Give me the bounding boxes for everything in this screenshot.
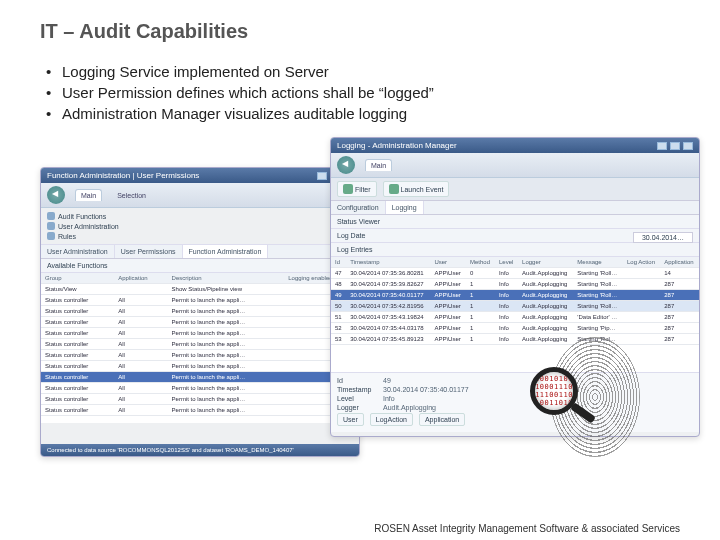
subtab[interactable]: User Permissions	[115, 245, 183, 258]
bullet-item: Administration Manager visualizes audita…	[40, 105, 680, 122]
detail-level-label: Level	[337, 395, 377, 402]
table-row[interactable]: 4930.04/2014 07:35:40.01177APP\User1Info…	[331, 290, 699, 301]
table-cell: All	[114, 317, 167, 328]
detail-ts-label: Timestamp	[337, 386, 377, 393]
column-header[interactable]: User	[430, 257, 466, 268]
table-row[interactable]: Status controllerAllPermit to launch the…	[41, 361, 359, 372]
column-header[interactable]: Logger	[518, 257, 573, 268]
sidebar-item-label: Audit Functions	[58, 213, 106, 220]
table-cell: 'Data Editor' …	[573, 312, 623, 323]
table-row[interactable]: Status controllerAllPermit to launch the…	[41, 317, 359, 328]
sidebar-item[interactable]: Audit Functions	[47, 211, 353, 221]
close-icon[interactable]	[683, 142, 693, 150]
table-row[interactable]: Status controllerAllPermit to launch the…	[41, 350, 359, 361]
detail-chip-logaction[interactable]: LogAction	[370, 413, 413, 426]
table-cell: All	[114, 350, 167, 361]
table-cell: Audit.Applogging	[518, 301, 573, 312]
binary-text: 10010100 10001110 11100110 10011010	[535, 375, 573, 407]
detail-chip-user[interactable]: User	[337, 413, 364, 426]
back-icon[interactable]	[337, 156, 355, 174]
column-header[interactable]: Level	[495, 257, 518, 268]
column-header[interactable]: Id	[331, 257, 346, 268]
table-cell: All	[114, 339, 167, 350]
table-cell: All	[114, 306, 167, 317]
table-cell: Permit to launch the appli…	[168, 372, 285, 383]
table-cell: Audit.Applogging	[518, 290, 573, 301]
table-row[interactable]: Status controllerAllPermit to launch the…	[41, 339, 359, 350]
table-row[interactable]: 5130.04/2014 07:35:43.19824APP\User1Info…	[331, 312, 699, 323]
bolt-icon	[389, 184, 399, 194]
table-cell: 30.04/2014 07:35:39.82627	[346, 279, 430, 290]
table-cell: 30.04/2014 07:35:43.19824	[346, 312, 430, 323]
column-header[interactable]: Log Action	[623, 257, 660, 268]
column-header[interactable]: Timestamp	[346, 257, 430, 268]
ribbon-tab-main[interactable]: Main	[75, 189, 102, 201]
table-cell: 48	[331, 279, 346, 290]
column-header[interactable]: Application	[660, 257, 699, 268]
table-cell: Status controller	[41, 350, 114, 361]
back-icon[interactable]	[47, 186, 65, 204]
log-entries-label: Log Entries	[331, 243, 699, 257]
table-row[interactable]: 5230.04/2014 07:35:44.03178APP\User1Info…	[331, 323, 699, 334]
ribbon-tab-main[interactable]: Main	[365, 159, 392, 171]
table-cell: Permit to launch the appli…	[168, 350, 285, 361]
column-header[interactable]: Method	[466, 257, 495, 268]
tab-logging[interactable]: Logging	[386, 201, 424, 214]
folder-icon	[47, 222, 55, 230]
minimize-icon[interactable]	[657, 142, 667, 150]
table-cell: Info	[495, 279, 518, 290]
table-row[interactable]: Status controllerAllPermit to launch the…	[41, 383, 359, 394]
subtabs: User AdministrationUser PermissionsFunct…	[41, 245, 359, 259]
table-row[interactable]: 4830.04/2014 07:35:39.82627APP\User1Info…	[331, 279, 699, 290]
table-cell: 49	[331, 290, 346, 301]
table-row[interactable]: Status/ViewShow Status/Pipeline view	[41, 284, 359, 295]
table-cell: Permit to launch the appli…	[168, 361, 285, 372]
table-cell: Permit to launch the appli…	[168, 306, 285, 317]
table-cell: 30.04/2014 07:35:36.80281	[346, 268, 430, 279]
sidebar-item[interactable]: Rules	[47, 231, 353, 241]
functions-table-wrap[interactable]: GroupApplicationDescriptionLogging enabl…	[41, 273, 359, 423]
bullet-item: Logging Service implemented on Server	[40, 63, 680, 80]
table-row[interactable]: Status controllerAllPermit to launch the…	[41, 405, 359, 416]
log-date-label: Log Date	[337, 232, 365, 239]
column-header[interactable]: Description	[168, 273, 285, 284]
table-cell: Info	[495, 290, 518, 301]
minimize-icon[interactable]	[317, 172, 327, 180]
tab-configuration[interactable]: Configuration	[331, 201, 386, 214]
subtab[interactable]: User Administration	[41, 245, 115, 258]
table-cell: 47	[331, 268, 346, 279]
table-cell: 52	[331, 323, 346, 334]
table-row[interactable]: Status controllerAllPermit to launch the…	[41, 295, 359, 306]
bullet-list: Logging Service implemented on ServerUse…	[40, 63, 680, 122]
table-row[interactable]: Status controllerAllPermit to launch the…	[41, 306, 359, 317]
table-cell: Audit.Applogging	[518, 279, 573, 290]
table-row[interactable]: 5030.04/2014 07:35:42.81956APP\User1Info…	[331, 301, 699, 312]
table-cell: Status/View	[41, 284, 114, 295]
log-date-value[interactable]: 30.04.2014…	[633, 232, 693, 243]
table-cell: All	[114, 383, 167, 394]
table-cell: APP\User	[430, 323, 466, 334]
column-header[interactable]: Application	[114, 273, 167, 284]
sidebar-item-label: User Administration	[58, 223, 119, 230]
maximize-icon[interactable]	[670, 142, 680, 150]
table-row[interactable]: Status controllerAllPermit to launch the…	[41, 394, 359, 405]
subtab[interactable]: Function Administration	[183, 245, 269, 258]
column-header[interactable]: Message	[573, 257, 623, 268]
sidebar-item[interactable]: User Administration	[47, 221, 353, 231]
column-header[interactable]: Group	[41, 273, 114, 284]
window-controls[interactable]	[657, 142, 693, 150]
launch-event-button[interactable]: Launch Event	[383, 181, 450, 197]
ribbon: Main Selection	[41, 183, 359, 208]
table-cell: 14	[660, 268, 699, 279]
detail-chip-application[interactable]: Application	[419, 413, 465, 426]
table-cell: Status controller	[41, 405, 114, 416]
ribbon-tab-selection[interactable]: Selection	[112, 190, 151, 201]
table-cell: 53	[331, 334, 346, 345]
table-cell: 30.04/2014 07:35:44.03178	[346, 323, 430, 334]
filter-button[interactable]: Filter	[337, 181, 377, 197]
table-cell: Starting 'Pip…	[573, 323, 623, 334]
table-cell: All	[114, 405, 167, 416]
table-row[interactable]: 4730.04/2014 07:35:36.80281APP\User0Info…	[331, 268, 699, 279]
table-row[interactable]: Status controllerAllPermit to launch the…	[41, 372, 359, 383]
table-row[interactable]: Status controllerAllPermit to launch the…	[41, 328, 359, 339]
